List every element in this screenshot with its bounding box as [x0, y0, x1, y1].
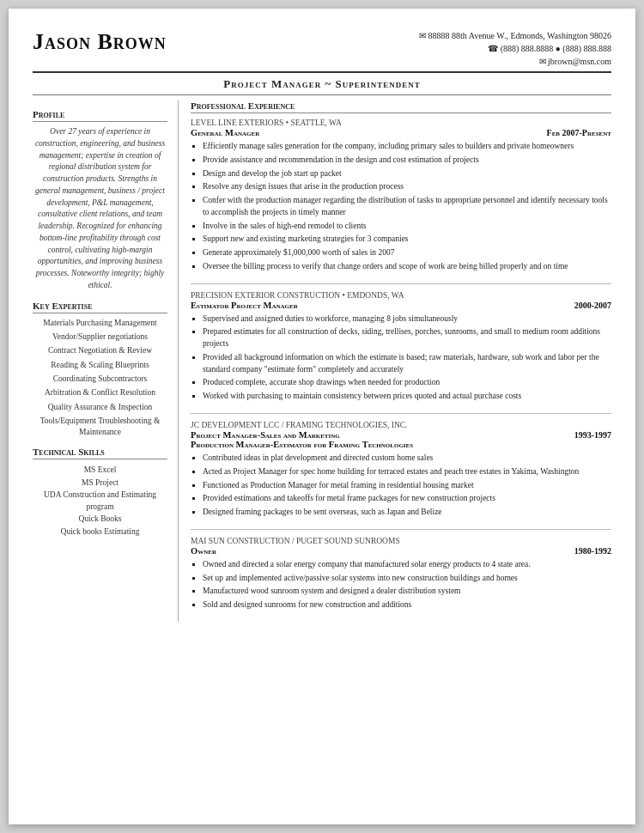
expertise-list: Materials Purchasing Management Vendor/S…: [33, 318, 167, 439]
tech-item: MS Excel: [33, 464, 167, 476]
bullet-item: Prepared estimates for all construction …: [203, 326, 611, 350]
bullet-item: Provided all background information on w…: [203, 352, 611, 376]
divider: [191, 283, 611, 284]
bullet-item: Owned and directed a solar energy compan…: [203, 559, 611, 571]
job-title-line-3: Project Manager-Sales and Marketing 1993…: [191, 430, 611, 440]
bullet-item: Generate approximately $1,000,000 worth …: [203, 247, 611, 259]
company-4: Mai Sun Construction / Puget Sound Sunro…: [191, 537, 611, 545]
bullet-item: Worked with purchasing to maintain consi…: [203, 391, 611, 403]
job-block-1: Level Line Exteriors • Seattle, WA Gener…: [191, 119, 611, 273]
bullet-list-1: Efficiently manage sales generation for …: [203, 141, 611, 273]
expertise-item: Tools/Equipment Troubleshooting & Mainte…: [33, 416, 167, 439]
bullet-item: Set up and implemented active/passive so…: [203, 573, 611, 585]
bullet-item: Provide assistance and recommendation in…: [203, 155, 611, 167]
bullet-list-3: Contributed ideas in plat development an…: [203, 453, 611, 519]
main-content: Profile Over 27 years of experience in c…: [33, 100, 611, 622]
tech-item: UDA Construction and Estimating program: [33, 489, 167, 514]
job-block-4: Mai Sun Construction / Puget Sound Sunro…: [191, 537, 611, 611]
job-title-4: Owner: [191, 546, 216, 556]
header: Jason Brown ✉ 88888 88th Avenue W., Edmo…: [33, 29, 611, 73]
expertise-item: Coordinating Subcontractors: [33, 374, 167, 385]
company-3: JC Development LCC / Framing Technologie…: [191, 421, 611, 429]
divider: [191, 413, 611, 414]
job-title-line-4: Owner 1980-1992: [191, 546, 611, 556]
expertise-item: Contract Negotiation & Review: [33, 345, 167, 356]
bullet-item: Resolve any design issues that arise in …: [203, 181, 611, 193]
bullet-item: Confer with the production manager regar…: [203, 195, 611, 219]
expertise-section-title: Key Expertise: [33, 301, 167, 313]
bullet-item: Contributed ideas in plat development an…: [203, 453, 611, 465]
bullet-item: Produced complete, accurate shop drawing…: [203, 377, 611, 389]
resume-page: Jason Brown ✉ 88888 88th Avenue W., Edmo…: [9, 9, 635, 824]
resume-title: Project Manager ~ Superintendent: [33, 77, 611, 95]
sidebar: Profile Over 27 years of experience in c…: [33, 100, 179, 622]
bullet-item: Functioned as Production Manager for met…: [203, 480, 611, 492]
job-date-2: 2000-2007: [574, 301, 611, 310]
email: ✉ jbrown@msn.com: [419, 55, 611, 68]
experience-section-title: Professional Experience: [191, 100, 611, 113]
profile-text: Over 27 years of experience in construct…: [33, 126, 167, 292]
expertise-item: Vendor/Supplier negotiations: [33, 331, 167, 343]
technical-section-title: Technical Skills: [33, 447, 167, 459]
company-2: Precision Exterior Construction • Emdond…: [191, 291, 611, 300]
company-1: Level Line Exteriors • Seattle, WA: [191, 119, 611, 127]
expertise-item: Arbitration & Conflict Resolution: [33, 387, 167, 398]
bullet-item: Design and develop the job start up pack…: [203, 168, 611, 180]
job-title-3: Project Manager-Sales and Marketing: [191, 430, 340, 440]
expertise-item: Materials Purchasing Management: [33, 318, 167, 329]
tech-item: MS Project: [33, 477, 167, 489]
profile-section-title: Profile: [33, 109, 167, 122]
bullet-list-2: Supervised and assigned duties to workfo…: [203, 313, 611, 403]
job-block-2: Precision Exterior Construction • Emdond…: [191, 291, 611, 403]
tech-item: Quick Books: [33, 513, 167, 525]
bullet-item: Efficiently manage sales generation for …: [203, 141, 611, 153]
bullet-list-4: Owned and directed a solar energy compan…: [203, 559, 611, 611]
bullet-item: Designed framing packages to be sent ove…: [203, 507, 611, 519]
bullet-item: Involve in the sales of high-end remodel…: [203, 221, 611, 233]
bullet-item: Supervised and assigned duties to workfo…: [203, 313, 611, 325]
divider: [191, 529, 611, 530]
job-title-1: General Manager: [191, 128, 259, 137]
bullet-item: Provided estimations and takeoffs for me…: [203, 493, 611, 505]
job-date-3: 1993-1997: [574, 430, 611, 440]
right-content: Professional Experience Level Line Exter…: [179, 100, 611, 622]
expertise-item: Quality Assurance & Inspection: [33, 402, 167, 413]
expertise-item: Reading & Scaling Blueprints: [33, 360, 167, 371]
job-title-line-2: Estimator Project Manager 2000-2007: [191, 301, 611, 310]
contact-info: ✉ 88888 88th Avenue W., Edmonds, Washing…: [419, 29, 611, 68]
technical-list: MS Excel MS Project UDA Construction and…: [33, 464, 167, 538]
bullet-item: Sold and designed sunrooms for new const…: [203, 599, 611, 611]
tech-item: Quick books Estimating: [33, 526, 167, 538]
job-title-2: Estimator Project Manager: [191, 301, 298, 310]
candidate-name: Jason Brown: [33, 29, 167, 55]
bullet-item: Manufactured wood sunroom system and des…: [203, 586, 611, 598]
address: ✉ 88888 88th Avenue W., Edmonds, Washing…: [419, 29, 611, 42]
phone: ☎ (888) 888.8888 ● (888) 888.888: [419, 42, 611, 55]
bullet-item: Support new and existing marketing strat…: [203, 234, 611, 246]
job-date-4: 1980-1992: [574, 546, 611, 556]
job-subtitle-3: Production Manager-Estimator for Framing…: [191, 440, 611, 449]
job-title-line-1: General Manager Feb 2007-Present: [191, 128, 611, 137]
bullet-item: Oversee the billing process to verify th…: [203, 261, 611, 273]
job-block-3: JC Development LCC / Framing Technologie…: [191, 421, 611, 519]
job-date-1: Feb 2007-Present: [547, 128, 611, 137]
bullet-item: Acted as Project Manager for spec home b…: [203, 466, 611, 478]
